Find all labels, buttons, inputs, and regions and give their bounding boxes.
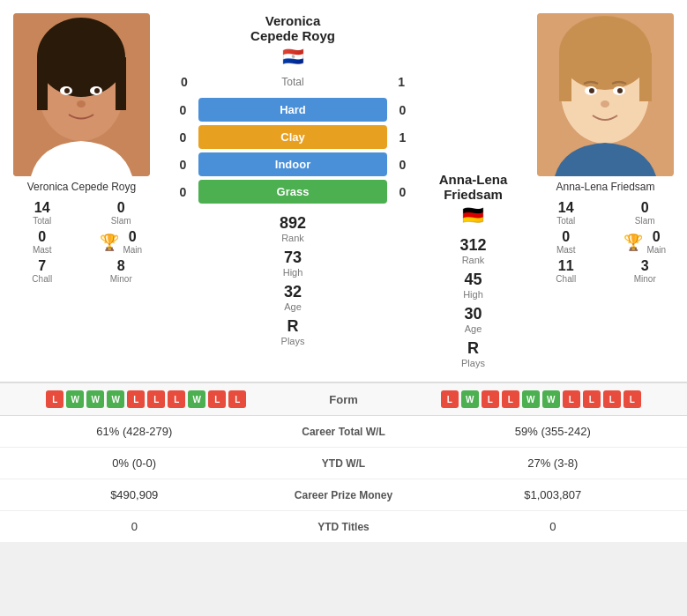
surface-row-indoor: 0 Indoor 0: [172, 152, 414, 176]
form-badge-right-2: L: [482, 390, 499, 408]
player-left-minor: 8 Minor: [86, 258, 157, 284]
surface-rows: 0 Hard 0 0 Clay 1 0 Indoor 0 0 Grass 0: [163, 98, 422, 204]
indoor-right-score: 0: [392, 158, 414, 172]
right-rank: 312 Rank: [459, 236, 486, 265]
form-badge-left-5: L: [147, 390, 165, 408]
player-right-main-cell: 🏆 0 Main: [610, 229, 681, 255]
form-left: L W W W L L L W L L: [9, 390, 284, 408]
form-badge-left-1: W: [66, 390, 84, 408]
svg-point-7: [64, 88, 70, 93]
player-right-mast: 0 Mast: [531, 229, 601, 255]
form-badge-right-4: W: [522, 390, 540, 408]
form-badge-left-2: W: [86, 390, 104, 408]
form-badge-left-7: W: [188, 390, 205, 408]
surface-row-grass: 0 Grass 0: [172, 180, 414, 204]
indoor-button[interactable]: Indoor: [198, 152, 387, 176]
career-wl-label: Career Total W/L: [256, 426, 432, 438]
table-row-ytd-titles: 0 YTD Titles 0: [0, 511, 687, 542]
form-label: Form: [291, 393, 397, 406]
player-left-slam: 0 Slam: [86, 200, 157, 226]
player-left-mast: 0 Mast: [7, 229, 78, 255]
svg-rect-13: [559, 53, 571, 101]
total-right-score: 1: [398, 75, 405, 89]
center-col: Veronica Cepede Royg 🇵🇾 0 Total 1 0 Hard…: [163, 9, 422, 351]
prize-label: Career Prize Money: [256, 489, 432, 501]
prize-left: $490,909: [13, 488, 256, 501]
form-badge-right-6: L: [563, 390, 580, 408]
player-left-name-below: Veronica Cepede Royg: [27, 181, 136, 193]
form-badge-right-0: L: [441, 390, 459, 408]
player-left-chall: 7 Chall: [7, 258, 78, 284]
hard-right-score: 0: [392, 103, 414, 117]
player-left-flag: 🇵🇾: [168, 46, 418, 67]
right-age: 30 Age: [464, 305, 482, 334]
clay-left-score: 0: [172, 130, 194, 145]
right-player-stats-center: 312 Rank 45 High 30 Age R Plays: [459, 236, 486, 368]
player-right-photo: [537, 13, 674, 176]
svg-rect-14: [639, 53, 652, 101]
clay-right-score: 1: [392, 130, 414, 145]
svg-point-8: [94, 88, 100, 93]
form-badge-right-3: L: [502, 390, 519, 408]
svg-point-19: [601, 100, 609, 108]
right-plays: R Plays: [461, 339, 485, 368]
player-left-main-cell: 🏆 0 Main: [86, 229, 157, 255]
player-right-total: 14 Total: [531, 200, 601, 226]
form-section: L W W W L L L W L L Form L W L L W W L L…: [0, 382, 687, 415]
player-left-stats: 14 Total 0 Slam 0 Mast 🏆 0 Main 7 Chall: [7, 200, 156, 284]
total-row: 0 Total 1: [163, 71, 422, 93]
player-left-name-top: Veronica Cepede Royg 🇵🇾: [163, 13, 422, 67]
grass-left-score: 0: [172, 185, 194, 199]
career-wl-right: 59% (355-242): [432, 425, 675, 438]
form-badge-right-9: L: [624, 390, 641, 408]
form-badge-left-4: L: [127, 390, 145, 408]
table-row-ytd-wl: 0% (0-0) YTD W/L 27% (3-8): [0, 448, 687, 479]
player-right-name-below: Anna-Lena Friedsam: [556, 181, 654, 193]
ytd-titles-left: 0: [13, 520, 256, 533]
table-row-prize: $490,909 Career Prize Money $1,003,807: [0, 479, 687, 511]
trophy-right-icon: 🏆: [624, 233, 643, 252]
player-right-flag: 🇩🇪: [439, 204, 508, 226]
svg-rect-3: [37, 57, 48, 110]
player-right-panel: Anna-Lena Friedsam 14 Total 0 Slam 0 Mas…: [524, 9, 687, 288]
svg-point-12: [559, 16, 651, 90]
ytd-titles-label: YTD Titles: [256, 521, 432, 533]
trophy-left-icon: 🏆: [100, 233, 119, 252]
svg-point-9: [77, 100, 86, 108]
center-rank: 892 Rank: [280, 214, 306, 243]
center-stats: 892 Rank 73 High 32 Age R Plays: [163, 214, 422, 346]
center-plays: R Plays: [281, 317, 305, 346]
ytd-titles-right: 0: [432, 520, 675, 533]
player-left-panel: Veronica Cepede Royg 14 Total 0 Slam 0 M…: [0, 9, 163, 288]
prize-right: $1,003,807: [432, 488, 675, 501]
indoor-left-score: 0: [172, 158, 194, 172]
form-badge-left-9: L: [228, 390, 246, 408]
clay-button[interactable]: Clay: [198, 125, 387, 149]
ytd-wl-right: 27% (3-8): [432, 456, 675, 470]
ytd-wl-label: YTD W/L: [256, 457, 432, 470]
player-right-chall: 11 Chall: [531, 258, 601, 284]
ytd-wl-left: 0% (0-0): [13, 456, 256, 470]
grass-button[interactable]: Grass: [198, 180, 387, 204]
player-right-name-top: Anna-Lena Friedsam 🇩🇪: [439, 172, 508, 226]
table-row-career-wl: 61% (428-279) Career Total W/L 59% (355-…: [0, 416, 687, 448]
form-badge-left-3: W: [107, 390, 124, 408]
form-badge-right-5: W: [542, 390, 560, 408]
grass-right-score: 0: [392, 185, 414, 199]
player-left-photo: [13, 13, 150, 176]
total-label: Total: [281, 76, 303, 88]
svg-rect-4: [116, 57, 126, 110]
center-high: 73 High: [283, 249, 303, 278]
total-left-score: 0: [181, 75, 188, 89]
surface-row-hard: 0 Hard 0: [172, 98, 414, 122]
svg-point-18: [617, 88, 623, 93]
hard-button[interactable]: Hard: [198, 98, 387, 122]
form-badge-right-1: W: [461, 390, 479, 408]
center-age: 32 Age: [284, 283, 302, 312]
hard-left-score: 0: [172, 103, 194, 117]
surface-row-clay: 0 Clay 1: [172, 125, 414, 149]
player-right-slam: 0 Slam: [610, 200, 681, 226]
form-badge-right-7: L: [583, 390, 601, 408]
form-badge-left-0: L: [46, 390, 63, 408]
player-left-total: 14 Total: [7, 200, 78, 226]
